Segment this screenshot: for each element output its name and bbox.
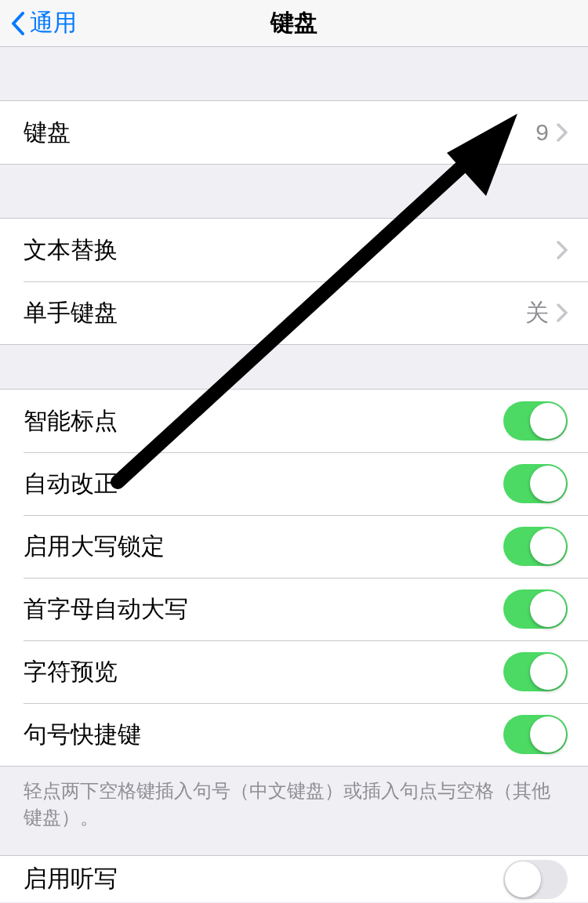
toggle-knob xyxy=(505,861,541,898)
keyboards-count: 9 xyxy=(535,119,549,146)
enable-dictation-toggle[interactable] xyxy=(503,860,568,899)
auto-capitalization-toggle[interactable] xyxy=(503,589,568,629)
chevron-right-icon xyxy=(557,123,568,142)
text-replacement-row[interactable]: 文本替换 xyxy=(0,219,588,281)
toggle-knob xyxy=(530,716,566,752)
back-chevron-icon xyxy=(11,12,25,35)
back-label: 通用 xyxy=(30,7,77,39)
smart-punctuation-label: 智能标点 xyxy=(24,405,503,437)
auto-correction-toggle[interactable] xyxy=(503,464,568,503)
smart-punctuation-toggle[interactable] xyxy=(503,401,568,441)
period-shortcut-label: 句号快捷键 xyxy=(24,719,503,751)
chevron-right-icon xyxy=(557,241,568,259)
one-handed-value: 关 xyxy=(525,297,549,329)
enable-dictation-row: 启用听写 xyxy=(0,855,588,902)
auto-capitalization-row: 首字母自动大写 xyxy=(0,578,588,640)
caps-lock-row: 启用大写锁定 xyxy=(0,515,588,578)
auto-capitalization-label: 首字母自动大写 xyxy=(24,593,503,626)
toggle-knob xyxy=(530,466,566,502)
period-shortcut-toggle[interactable] xyxy=(503,715,568,754)
char-preview-label: 字符预览 xyxy=(24,656,503,688)
toggle-knob xyxy=(530,403,566,439)
auto-correction-label: 自动改正 xyxy=(24,468,503,500)
char-preview-toggle[interactable] xyxy=(503,652,568,691)
caps-lock-toggle[interactable] xyxy=(503,527,568,566)
keyboards-list-group: 键盘 9 xyxy=(0,100,588,165)
page-title: 键盘 xyxy=(270,7,318,39)
caps-lock-label: 启用大写锁定 xyxy=(24,531,503,563)
char-preview-row: 字符预览 xyxy=(0,640,588,703)
one-handed-label: 单手键盘 xyxy=(24,297,525,329)
toggle-knob xyxy=(530,591,566,627)
enable-dictation-label: 启用听写 xyxy=(24,863,503,895)
chevron-right-icon xyxy=(557,303,568,322)
period-shortcut-footer: 轻点两下空格键插入句号（中文键盘）或插入句点与空格（其他键盘）。 xyxy=(0,767,588,841)
period-shortcut-row: 句号快捷键 xyxy=(0,703,588,766)
navbar: 通用 键盘 xyxy=(0,0,588,47)
keyboards-label: 键盘 xyxy=(24,117,535,149)
smart-punctuation-row: 智能标点 xyxy=(0,390,588,452)
toggle-knob xyxy=(530,654,566,690)
text-options-group: 文本替换 单手键盘 关 xyxy=(0,218,588,345)
text-replacement-label: 文本替换 xyxy=(24,234,557,267)
back-button[interactable]: 通用 xyxy=(0,7,77,39)
auto-correction-row: 自动改正 xyxy=(0,452,588,515)
toggle-knob xyxy=(530,528,566,564)
one-handed-keyboard-row[interactable]: 单手键盘 关 xyxy=(0,281,588,344)
toggles-group: 智能标点 自动改正 启用大写锁定 首字母自动大写 字符预览 句号快捷键 xyxy=(0,389,588,767)
keyboards-row[interactable]: 键盘 9 xyxy=(0,101,588,164)
